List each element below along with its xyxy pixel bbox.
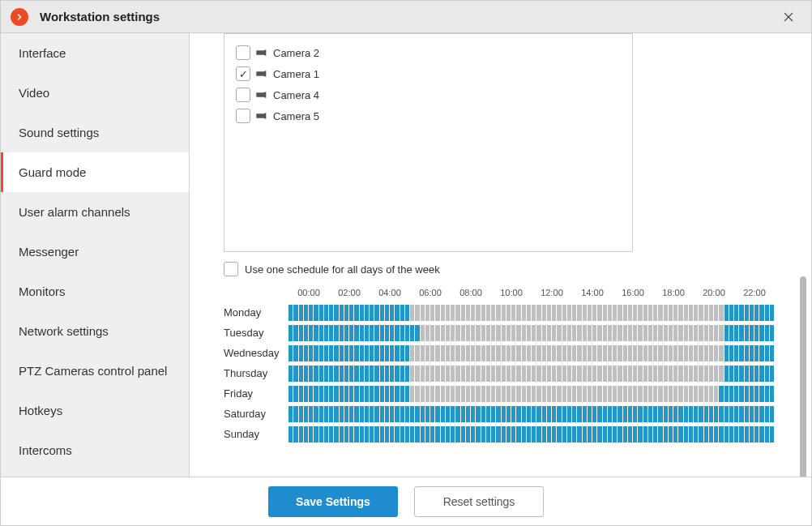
schedule-day-row: Sunday <box>224 424 783 444</box>
schedule-cell[interactable] <box>770 325 775 341</box>
sidebar-item-export[interactable]: Export <box>1 470 189 477</box>
camera-row: Camera 1 <box>236 63 621 84</box>
day-cells <box>288 426 783 443</box>
time-tick: 22:00 <box>734 288 775 302</box>
use-one-schedule-label: Use one schedule for all days of the wee… <box>245 263 440 276</box>
day-label: Saturday <box>224 408 288 420</box>
camera-icon <box>255 69 268 79</box>
day-cells <box>288 406 783 422</box>
day-label: Friday <box>224 387 288 400</box>
sidebar: InterfaceVideoSound settingsGuard modeUs… <box>1 33 190 477</box>
sidebar-item-network-settings[interactable]: Network settings <box>1 311 189 351</box>
sidebar-item-user-alarm-channels[interactable]: User alarm channels <box>1 192 189 232</box>
day-cells <box>288 305 783 321</box>
camera-checkbox[interactable] <box>236 45 250 60</box>
time-tick: 00:00 <box>288 288 329 302</box>
day-cells <box>288 325 783 341</box>
window-title: Workstation settings <box>40 10 160 24</box>
schedule-day-row: Thursday <box>224 363 783 383</box>
titlebar: Workstation settings <box>1 1 811 33</box>
sidebar-item-messenger[interactable]: Messenger <box>1 232 189 272</box>
camera-checkbox[interactable] <box>236 66 250 81</box>
time-tick: 06:00 <box>410 288 451 302</box>
time-tick: 02:00 <box>329 288 370 302</box>
sidebar-item-interface[interactable]: Interface <box>1 33 189 73</box>
sidebar-item-intercoms[interactable]: Intercoms <box>1 430 189 470</box>
camera-icon <box>255 111 268 121</box>
day-label: Wednesday <box>224 347 288 359</box>
time-tick: 14:00 <box>572 288 613 302</box>
sidebar-item-ptz-cameras-control-panel[interactable]: PTZ Cameras control panel <box>1 351 189 391</box>
save-settings-button[interactable]: Save Settings <box>268 486 398 517</box>
time-tick: 04:00 <box>370 288 410 302</box>
time-tick: 12:00 <box>532 288 572 302</box>
camera-checkbox[interactable] <box>236 88 250 102</box>
time-tick: 10:00 <box>491 288 532 302</box>
sidebar-item-video[interactable]: Video <box>1 73 189 113</box>
camera-icon <box>255 90 268 100</box>
use-one-schedule-checkbox[interactable] <box>224 262 238 276</box>
schedule-day-row: Friday <box>224 383 783 404</box>
time-tick: 18:00 <box>653 288 694 302</box>
close-button[interactable] <box>772 1 805 33</box>
content-area: Camera 2Camera 1Camera 4Camera 5 Use one… <box>190 33 811 477</box>
schedule-cell[interactable] <box>770 386 775 402</box>
day-cells <box>288 345 783 361</box>
sidebar-item-sound-settings[interactable]: Sound settings <box>1 113 189 152</box>
day-label: Tuesday <box>224 327 288 339</box>
schedule-day-row: Monday <box>224 302 783 323</box>
sidebar-item-guard-mode[interactable]: Guard mode <box>1 152 189 192</box>
sidebar-item-monitors[interactable]: Monitors <box>1 272 189 311</box>
schedule-cell[interactable] <box>770 406 775 422</box>
reset-settings-button[interactable]: Reset settings <box>414 486 544 517</box>
day-cells <box>288 366 783 382</box>
schedule-day-row: Tuesday <box>224 323 783 343</box>
content-scrollbar[interactable] <box>800 276 806 477</box>
camera-row: Camera 2 <box>236 42 621 63</box>
time-tick: 08:00 <box>451 288 491 302</box>
close-icon <box>783 11 794 23</box>
schedule-day-row: Wednesday <box>224 343 783 363</box>
camera-row: Camera 4 <box>236 84 621 105</box>
camera-label: Camera 5 <box>273 110 319 122</box>
schedule-day-row: Saturday <box>224 404 783 424</box>
day-label: Thursday <box>224 367 288 379</box>
camera-label: Camera 2 <box>273 47 319 59</box>
camera-label: Camera 4 <box>273 89 319 101</box>
app-logo-icon <box>11 8 28 26</box>
schedule-grid: 00:0002:0004:0006:0008:0010:0012:0014:00… <box>224 288 783 444</box>
time-tick: 16:00 <box>613 288 653 302</box>
schedule-cell[interactable] <box>770 366 775 382</box>
schedule-cell[interactable] <box>770 426 775 443</box>
day-label: Sunday <box>224 428 288 440</box>
time-tick: 20:00 <box>694 288 734 302</box>
day-cells <box>288 386 783 402</box>
schedule-cell[interactable] <box>770 305 775 321</box>
day-label: Monday <box>224 306 288 319</box>
camera-list-box: Camera 2Camera 1Camera 4Camera 5 <box>224 33 633 252</box>
camera-row: Camera 5 <box>236 105 621 126</box>
camera-icon <box>255 48 268 58</box>
sidebar-item-hotkeys[interactable]: Hotkeys <box>1 391 189 430</box>
use-one-schedule-row: Use one schedule for all days of the wee… <box>224 262 779 276</box>
footer-bar: Save Settings Reset settings <box>1 477 811 525</box>
schedule-cell[interactable] <box>770 345 775 361</box>
camera-label: Camera 1 <box>273 68 319 80</box>
time-axis: 00:0002:0004:0006:0008:0010:0012:0014:00… <box>288 288 783 302</box>
camera-checkbox[interactable] <box>236 109 250 123</box>
